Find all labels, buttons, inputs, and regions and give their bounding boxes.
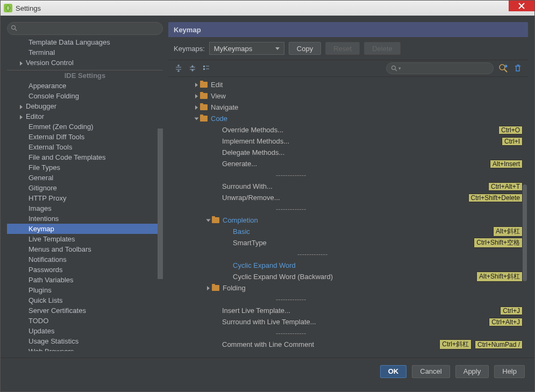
tree-row[interactable]: BasicAlt+斜杠 [168, 226, 528, 237]
keymap-select[interactable]: MyKeymaps [209, 42, 284, 55]
shortcut-badge: Ctrl+Alt+T [488, 182, 523, 191]
tree-row[interactable]: SmartTypeCtrl+Shift+空格 [168, 237, 528, 248]
action-label: Surround with Live Template... [222, 318, 486, 326]
sidebar-item[interactable]: Images [7, 203, 163, 213]
tree-row[interactable]: ------------- [168, 294, 528, 305]
sidebar-item[interactable]: Console Folding [7, 91, 163, 101]
sidebar-item-label: Images [28, 204, 52, 212]
sidebar-item[interactable]: Notifications [7, 254, 163, 265]
sidebar-item[interactable]: TODO [7, 316, 163, 326]
sidebar-item[interactable]: Emmet (Zen Coding) [7, 122, 163, 132]
main-panel: Keymap Keymaps: MyKeymaps Copy Reset Del… [168, 22, 528, 351]
sidebar-item[interactable]: Plugins [7, 285, 163, 295]
expand-all-icon[interactable] [174, 63, 183, 73]
chevron-down-icon[interactable] [195, 117, 199, 120]
sidebar-item[interactable]: Editor [7, 111, 163, 122]
sidebar-item-label: Keymap [28, 225, 54, 233]
sidebar-item-label: Terminal [28, 48, 55, 56]
tree-row[interactable]: Surround With...Ctrl+Alt+T [168, 181, 528, 192]
svg-rect-2 [203, 66, 205, 67]
close-button[interactable] [509, 1, 534, 11]
action-label: Folding [223, 284, 523, 292]
sidebar-item[interactable]: Usage Statistics [7, 336, 163, 346]
sidebar-item[interactable]: Appearance [7, 81, 163, 91]
tree-row[interactable]: View [168, 90, 528, 102]
tree-row[interactable]: Insert Live Template...Ctrl+J [168, 305, 528, 316]
chevron-right-icon[interactable] [195, 94, 198, 98]
sidebar-search[interactable] [7, 22, 163, 35]
reset-button[interactable]: Reset [325, 42, 360, 55]
tree-row[interactable]: ------------- [168, 327, 528, 339]
sidebar-scrollbar[interactable] [158, 129, 163, 279]
tree-row[interactable]: Navigate [168, 102, 528, 113]
sidebar-item[interactable]: Keymap [7, 224, 163, 234]
action-label: Cyclic Expand Word [233, 261, 523, 269]
tree-row[interactable]: ------------- [168, 203, 528, 215]
shortcut-badge: Alt+Shift+斜杠 [476, 272, 523, 282]
tree-row[interactable]: ------------- [168, 169, 528, 181]
sidebar-item[interactable]: External Diff Tools [7, 132, 163, 142]
chevron-right-icon[interactable] [195, 105, 198, 110]
collapse-all-icon[interactable] [188, 63, 197, 73]
cancel-button[interactable]: Cancel [412, 365, 450, 378]
shortcut-badge: Ctrl+Alt+J [489, 318, 523, 326]
tree-row[interactable]: Cyclic Expand Word [168, 260, 528, 271]
chevron-right-icon[interactable] [195, 83, 198, 87]
tree-row[interactable]: Edit [168, 79, 528, 90]
sidebar-item[interactable]: Menus and Toolbars [7, 244, 163, 254]
keymap-tree[interactable]: EditViewNavigateCodeOverride Methods...C… [168, 77, 528, 351]
sidebar-item[interactable]: External Tools [7, 142, 163, 152]
sidebar-item[interactable]: File and Code Templates [7, 152, 163, 162]
find-by-shortcut-icon[interactable] [498, 63, 509, 74]
tree-row[interactable]: Unwrap/Remove...Ctrl+Shift+Delete [168, 192, 528, 203]
sidebar-item[interactable]: Web Browsers [7, 346, 163, 351]
sidebar-item[interactable]: HTTP Proxy [7, 193, 163, 203]
folder-icon [200, 82, 208, 88]
sidebar-item[interactable]: File Types [7, 162, 163, 173]
tree-row[interactable]: Code [168, 113, 528, 124]
sidebar-item-label: Quick Lists [28, 296, 63, 304]
chevron-right-icon [20, 105, 23, 109]
tree-row[interactable]: ------------- [168, 248, 528, 260]
tree-row[interactable]: Cyclic Expand Word (Backward)Alt+Shift+斜… [168, 271, 528, 282]
apply-button[interactable]: Apply [455, 365, 489, 378]
folder-icon [200, 116, 208, 122]
tree-row[interactable]: Folding [168, 282, 528, 294]
action-search[interactable]: ▾ [386, 62, 494, 74]
sidebar-item[interactable]: Template Data Languages [7, 37, 163, 47]
chevron-down-icon[interactable] [206, 219, 211, 222]
sidebar-item[interactable]: Passwords [7, 265, 163, 275]
sidebar-item-label: Menus and Toolbars [28, 245, 91, 253]
sidebar-item[interactable]: Updates [7, 326, 163, 336]
tree-row[interactable]: Surround with Live Template...Ctrl+Alt+J [168, 316, 528, 327]
sidebar-item[interactable]: Terminal [7, 47, 163, 58]
sidebar-item[interactable]: Live Templates [7, 234, 163, 244]
chevron-right-icon[interactable] [207, 286, 210, 290]
tree-row[interactable]: Completion [168, 215, 528, 226]
sidebar-item-label: TODO [28, 317, 48, 325]
action-label: Code [211, 115, 523, 123]
copy-button[interactable]: Copy [289, 42, 321, 55]
sidebar-item[interactable]: General [7, 173, 163, 183]
svg-point-6 [500, 65, 505, 70]
sidebar-item[interactable]: Path Variables [7, 275, 163, 285]
sidebar-item-label: File Types [28, 163, 60, 172]
delete-button[interactable]: Delete [364, 42, 401, 55]
tree-row[interactable]: Comment with Line CommentCtrl+斜杠Ctrl+Num… [168, 339, 528, 350]
folder-icon [200, 93, 208, 99]
tree-row[interactable]: Delegate Methods... [168, 147, 528, 158]
tree-row[interactable]: Implement Methods...Ctrl+I [168, 136, 528, 147]
sidebar-item[interactable]: Gitignore [7, 183, 163, 193]
ok-button[interactable]: OK [380, 365, 407, 378]
tree-row[interactable]: Generate...Alt+Insert [168, 158, 528, 169]
help-button[interactable]: Help [494, 365, 525, 378]
sidebar-item[interactable]: Debugger [7, 101, 163, 111]
tree-scrollbar[interactable] [523, 184, 527, 281]
sidebar-item[interactable]: Version Control [7, 58, 163, 68]
edit-shortcut-icon[interactable] [202, 63, 211, 73]
sidebar-item[interactable]: Quick Lists [7, 295, 163, 305]
sidebar-item[interactable]: Intentions [7, 213, 163, 224]
sidebar-item[interactable]: Server Certificates [7, 305, 163, 316]
tree-row[interactable]: Override Methods...Ctrl+O [168, 124, 528, 136]
trash-icon[interactable] [513, 63, 523, 73]
